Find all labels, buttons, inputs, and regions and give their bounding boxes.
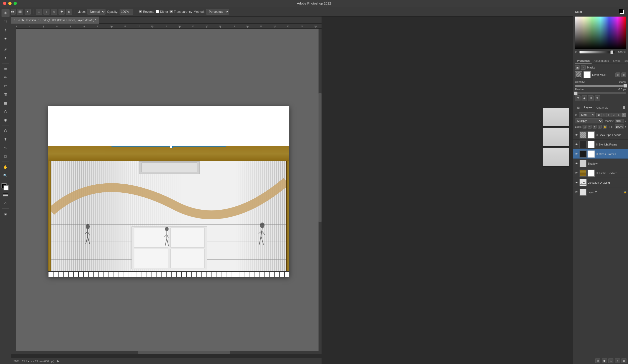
layer-item[interactable]: 👁 Layer 2 🔒 (573, 187, 628, 197)
opacity-input[interactable] (615, 119, 624, 123)
eraser-tool[interactable]: ◫ (2, 90, 10, 98)
dither-checkbox[interactable] (156, 10, 159, 13)
layer-mask-vector-thumb[interactable] (584, 71, 591, 78)
status-arrow[interactable]: ▶ (57, 359, 59, 363)
props-tab-properties[interactable]: Properties (575, 58, 592, 63)
layer-visibility-toggle[interactable]: 👁 (574, 190, 579, 194)
filter-smart[interactable]: ◈ (616, 113, 621, 117)
color-picker[interactable] (575, 17, 626, 49)
layer-visibility-toggle[interactable]: 👁 (574, 181, 579, 185)
layer-visibility-toggle[interactable]: 👁 (574, 133, 579, 137)
btn-round[interactable]: ○ (43, 9, 49, 15)
feather-slider[interactable] (575, 92, 626, 94)
eyedropper-tool[interactable]: ⁋ (2, 54, 10, 62)
panel-menu-btn[interactable]: ☰ (622, 106, 626, 109)
feather-thumb[interactable] (574, 92, 578, 95)
tab-channels[interactable]: Channels (595, 105, 609, 110)
filter-type[interactable]: T (606, 113, 611, 117)
layer-visibility-toggle[interactable]: 👁 (574, 162, 579, 166)
reverse-checkbox[interactable] (139, 10, 142, 13)
props-tab-styles[interactable]: Styles (611, 58, 622, 63)
screen-mode-btn[interactable]: ▣ (2, 210, 10, 218)
brush-tool[interactable]: ✏ (2, 73, 10, 81)
layer-item[interactable]: 👁 ⛓ Back Pipe Facade (573, 130, 628, 140)
layer-visibility-toggle[interactable]: 👁 (574, 152, 579, 156)
magic-wand-tool[interactable]: ✦ (2, 35, 10, 43)
layer-mask-pixel-thumb[interactable] (575, 71, 582, 78)
zoom-tool[interactable]: 🔍 (2, 172, 10, 180)
blur-tool[interactable]: ◌ (2, 107, 10, 115)
mask-icon-grid[interactable]: ⊞ (575, 95, 581, 101)
layer-item[interactable]: 👁 ⛓ Skylight Frame (573, 140, 628, 149)
delete-layer-btn[interactable]: 🗑 (621, 358, 626, 363)
mode-select[interactable]: Normal (87, 9, 106, 15)
close-button[interactable] (3, 2, 6, 5)
btn-texture[interactable]: ⊞ (66, 9, 72, 15)
filter-active-toggle[interactable]: ● (621, 113, 626, 117)
props-tab-adjustments[interactable]: Adjustments (592, 58, 611, 63)
clone-tool[interactable]: ✂ (2, 82, 10, 90)
filter-shape[interactable]: □ (611, 113, 616, 117)
gradient-swatch[interactable] (3, 193, 8, 196)
color-swatch-widget[interactable] (2, 183, 10, 191)
lock-transparent[interactable]: ⬚ (583, 125, 587, 129)
props-tab-swatches[interactable]: Swatches (622, 58, 628, 63)
brush-preview[interactable] (17, 9, 23, 15)
filter-adjust[interactable]: ◑ (601, 113, 606, 117)
move-tool[interactable]: ✥ (2, 9, 10, 17)
layer-visibility-toggle[interactable]: 👁 (574, 142, 579, 147)
density-thumb[interactable] (623, 84, 627, 88)
lock-all[interactable]: 🔒 (603, 125, 607, 129)
filter-pixel[interactable]: ▣ (596, 113, 601, 117)
shape-tool[interactable]: □ (2, 152, 10, 160)
kind-select[interactable]: Kind (579, 112, 595, 117)
dodge-tool[interactable]: ◉ (2, 116, 10, 124)
canvas-content[interactable] (16, 29, 322, 354)
lock-position[interactable]: ✥ (593, 125, 597, 129)
mask-icon-eye[interactable]: 👁 (588, 95, 594, 101)
mask-icon-diamond[interactable]: ◈ (582, 95, 587, 101)
mask-apply-btn[interactable]: ⊕ (615, 72, 620, 77)
color-swatches[interactable] (619, 9, 626, 15)
hand-tool[interactable]: ✋ (2, 163, 10, 171)
layer-visibility-toggle[interactable]: 👁 (574, 171, 579, 175)
lock-paint[interactable]: ✏ (588, 125, 592, 129)
type-tool[interactable]: T (2, 135, 10, 143)
fill-arrow[interactable]: ▾ (625, 125, 626, 128)
spot-heal-tool[interactable]: ⊕ (2, 65, 10, 73)
selection-tool[interactable]: ⬚ (2, 18, 10, 26)
blend-mode-select[interactable]: Multiply (575, 118, 603, 123)
mask-icon-delete[interactable]: 🗑 (595, 95, 600, 101)
layer-item[interactable]: 👁 ⛓ Timber Texture (573, 168, 628, 178)
layer-item[interactable]: 👁 Elevation Drawing (573, 178, 628, 187)
crop-tool[interactable]: ⤢ (2, 45, 10, 53)
minimize-button[interactable] (8, 2, 12, 5)
k-slider[interactable] (580, 51, 614, 53)
maximize-button[interactable] (14, 2, 17, 5)
lock-artboard[interactable]: ⊟ (598, 125, 602, 129)
new-adjust-btn[interactable]: ◑ (602, 358, 607, 363)
layer-item[interactable]: 👁 Shadow (573, 159, 628, 168)
btn-square[interactable]: □ (36, 9, 42, 15)
lasso-tool[interactable]: ⌇ (2, 26, 10, 34)
density-slider[interactable] (575, 85, 626, 87)
btn-cross[interactable]: ✚ (59, 9, 65, 15)
method-select[interactable]: Perceptual (206, 9, 229, 15)
add-mask-btn[interactable]: ⬭ (608, 358, 613, 363)
bg-color-swatch[interactable] (4, 185, 9, 190)
fill-input[interactable] (615, 124, 624, 129)
tab-3d[interactable]: 3D (575, 105, 582, 110)
k-slider-thumb[interactable] (610, 50, 613, 54)
tab-layers[interactable]: Layers (583, 105, 594, 110)
canvas-vertical-scrollbar[interactable] (319, 29, 322, 351)
document-tab[interactable]: × South Elevation PDF.pdf @ 50% (Glass F… (11, 17, 99, 24)
path-select-tool[interactable]: ↖ (2, 144, 10, 152)
btn-diamond[interactable]: ◇ (51, 9, 57, 15)
brush-options[interactable]: ▾ (25, 9, 31, 15)
quick-mask-tool[interactable]: ⬭ (2, 199, 10, 207)
tab-close-button[interactable]: × (14, 19, 15, 21)
pixel-mask-icon[interactable]: ▣ (575, 65, 580, 70)
transparency-checkbox[interactable] (170, 10, 173, 13)
new-layer-btn[interactable]: + (615, 358, 620, 363)
gradient-tool[interactable]: ▦ (2, 99, 10, 107)
